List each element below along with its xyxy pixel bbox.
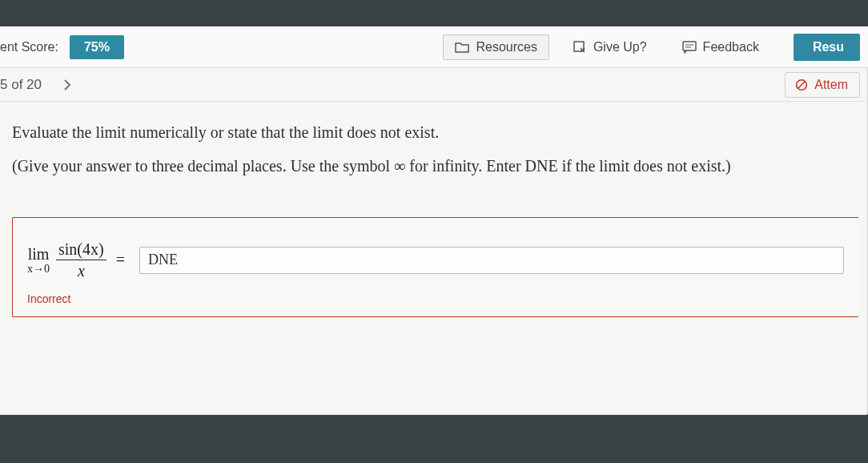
answer-box: lim x→0 sin(4x) x = Incorrect — [12, 217, 858, 317]
feedback-label: Feedback — [703, 40, 759, 54]
giveup-label: Give Up? — [593, 40, 647, 54]
lim-text: lim — [28, 246, 50, 262]
score-badge: 75% — [70, 35, 124, 59]
fraction-numerator: sin(4x) — [56, 240, 106, 260]
score-label: ent Score: — [0, 40, 58, 54]
limit-expression: lim x→0 sin(4x) x = — [27, 240, 128, 280]
giveup-button[interactable]: Give Up? — [561, 34, 659, 60]
prompt-line-2: (Give your answer to three decimal place… — [12, 153, 858, 179]
feedback-button[interactable]: Feedback — [670, 34, 771, 60]
equals-sign: = — [116, 251, 125, 269]
lim-approach: x→0 — [27, 264, 50, 275]
status-label: Incorrect — [27, 292, 844, 305]
answer-input[interactable] — [139, 247, 844, 274]
chevron-right-icon — [62, 79, 72, 91]
resources-button[interactable]: Resources — [443, 34, 549, 60]
folder-icon — [455, 41, 469, 54]
resources-label: Resources — [476, 40, 536, 54]
question-nav-bar: 5 of 20 Attem — [0, 68, 868, 102]
prompt-line-1: Evaluate the limit numerically or state … — [12, 119, 858, 145]
page-frame: ent Score: 75% Resources Give Up? Feedba… — [0, 26, 868, 415]
svg-rect-1 — [683, 42, 696, 50]
attempt-label: Attem — [814, 78, 848, 92]
chat-icon — [682, 41, 697, 54]
attempt-button[interactable]: Attem — [785, 72, 860, 98]
flag-x-icon — [573, 40, 587, 54]
fraction-denominator: x — [78, 260, 85, 280]
top-toolbar: ent Score: 75% Resources Give Up? Feedba… — [0, 26, 868, 68]
prohibit-icon — [795, 79, 808, 91]
result-button[interactable]: Resu — [794, 34, 860, 61]
question-position: 5 of 20 — [0, 77, 42, 93]
next-question-button[interactable] — [56, 75, 78, 95]
question-content: Evaluate the limit numerically or state … — [0, 102, 868, 333]
equation-row: lim x→0 sin(4x) x = — [27, 240, 844, 280]
